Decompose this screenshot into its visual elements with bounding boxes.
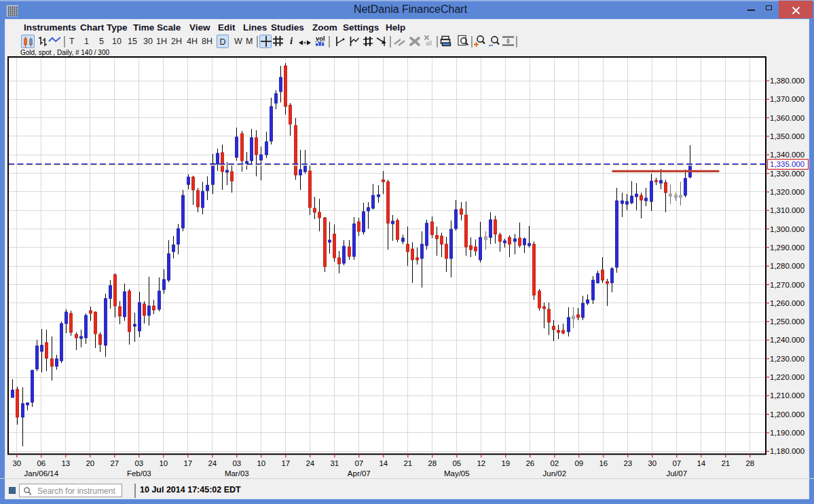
svg-text:1,190.000: 1,190.000	[770, 429, 804, 437]
svg-text:1,320.000: 1,320.000	[770, 188, 804, 196]
svg-text:1,300.000: 1,300.000	[770, 225, 804, 233]
svg-text:30: 30	[12, 459, 21, 467]
svg-text:1,380.000: 1,380.000	[770, 77, 804, 85]
svg-text:1,230.000: 1,230.000	[770, 355, 804, 363]
svg-text:Jan/06/14: Jan/06/14	[24, 469, 59, 478]
svg-text:Mar/03: Mar/03	[225, 469, 249, 478]
svg-text:1,335.000: 1,335.000	[770, 160, 804, 168]
svg-text:1,310.000: 1,310.000	[770, 206, 804, 214]
svg-text:21: 21	[403, 459, 412, 467]
svg-text:21: 21	[721, 459, 730, 467]
svg-text:1,260.000: 1,260.000	[770, 299, 804, 307]
svg-text:19: 19	[501, 459, 510, 467]
svg-text:20: 20	[86, 459, 94, 467]
svg-text:28: 28	[745, 459, 754, 467]
svg-text:1,210.000: 1,210.000	[770, 391, 804, 400]
svg-text:1,220.000: 1,220.000	[770, 373, 804, 381]
svg-text:1,360.000: 1,360.000	[770, 114, 804, 122]
svg-text:30: 30	[648, 459, 656, 467]
svg-text:14: 14	[379, 459, 388, 467]
svg-text:Jul/07: Jul/07	[666, 469, 687, 478]
svg-text:05: 05	[452, 459, 461, 467]
svg-text:24: 24	[306, 459, 314, 467]
svg-text:1,200.000: 1,200.000	[770, 410, 804, 419]
svg-text:1,330.000: 1,330.000	[770, 170, 804, 178]
svg-text:1,180.000: 1,180.000	[770, 447, 804, 455]
svg-text:Apr/07: Apr/07	[348, 469, 371, 478]
svg-text:31: 31	[330, 459, 339, 467]
svg-text:28: 28	[428, 459, 437, 467]
svg-text:17: 17	[183, 459, 192, 467]
svg-text:09: 09	[574, 459, 583, 467]
svg-text:1,270.000: 1,270.000	[770, 281, 804, 289]
svg-text:vol: vol	[316, 35, 325, 42]
svg-text:all: all	[426, 40, 432, 47]
svg-text:1,340.000: 1,340.000	[770, 151, 804, 159]
svg-text:Jun/02: Jun/02	[543, 469, 567, 478]
svg-text:03: 03	[134, 459, 143, 467]
svg-text:13: 13	[61, 459, 70, 467]
svg-text:24: 24	[208, 459, 217, 467]
svg-text:26: 26	[525, 459, 534, 467]
svg-text:16: 16	[599, 459, 608, 467]
svg-text:1,240.000: 1,240.000	[770, 336, 804, 344]
svg-text:14: 14	[697, 459, 705, 467]
svg-text:1,250.000: 1,250.000	[770, 317, 804, 326]
svg-text:07: 07	[672, 459, 681, 467]
svg-text:03: 03	[232, 459, 241, 467]
svg-text:10: 10	[159, 459, 168, 467]
svg-text:06: 06	[37, 459, 45, 467]
svg-text:02: 02	[550, 459, 559, 467]
svg-text:12: 12	[477, 459, 485, 467]
svg-text:07: 07	[354, 459, 363, 467]
svg-text:1,370.000: 1,370.000	[770, 95, 804, 103]
svg-text:27: 27	[110, 459, 119, 467]
svg-text:17: 17	[281, 459, 290, 467]
svg-text:1,280.000: 1,280.000	[770, 262, 804, 270]
svg-text:10: 10	[257, 459, 265, 467]
svg-text:23: 23	[623, 459, 632, 467]
svg-text:Feb/03: Feb/03	[127, 469, 151, 478]
svg-text:1,350.000: 1,350.000	[770, 132, 804, 140]
svg-text:May/05: May/05	[444, 469, 470, 478]
svg-text:1,290.000: 1,290.000	[770, 244, 804, 252]
